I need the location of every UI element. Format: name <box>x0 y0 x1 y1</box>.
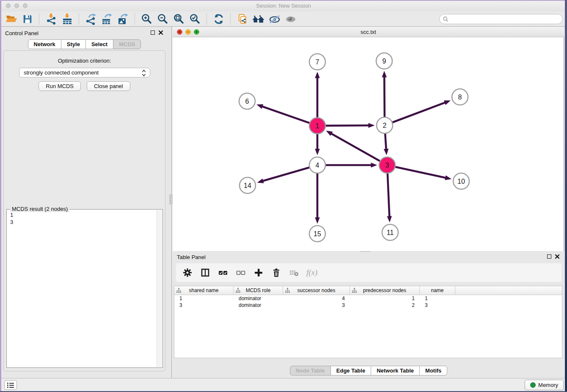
table-settings-button[interactable] <box>182 267 193 278</box>
zoom-in-button[interactable] <box>139 13 155 25</box>
memory-status-icon <box>530 382 536 388</box>
export-image-button[interactable] <box>115 13 131 25</box>
column-header-label: successor nodes <box>297 287 335 293</box>
graph-edge-arrowhead <box>387 216 392 222</box>
graph-node-10[interactable]: 10 <box>453 173 469 189</box>
close-panel-icon[interactable] <box>158 30 163 35</box>
graph-edge-2-9[interactable] <box>384 76 385 117</box>
show-columns-button[interactable] <box>200 267 211 278</box>
graph-node-15[interactable]: 15 <box>309 226 325 242</box>
table-tab-network-table[interactable]: Network Table <box>371 366 420 375</box>
zoom-fit-button[interactable] <box>171 13 187 25</box>
network-canvas[interactable]: 7968124314101511 <box>173 37 564 251</box>
home-button[interactable] <box>250 13 267 25</box>
graph-edge-3-11[interactable] <box>388 173 390 217</box>
task-history-button[interactable] <box>4 380 17 390</box>
graph-edge-arrowhead <box>257 179 264 183</box>
graph-edge-arrowhead <box>315 149 320 155</box>
graph-edge-3-10[interactable] <box>395 167 446 178</box>
graph-node-2[interactable]: 2 <box>377 117 393 133</box>
column-header-label: shared name <box>189 287 218 293</box>
criterion-dropdown[interactable]: strongly connected component <box>19 68 150 77</box>
run-mcds-button[interactable]: Run MCDS <box>39 81 81 91</box>
graph-edge-2-8[interactable] <box>392 102 446 123</box>
eye-icon <box>284 13 297 25</box>
search-field[interactable] <box>439 14 563 24</box>
select-all-rows-button[interactable] <box>217 267 228 278</box>
toolbar-separator <box>135 14 135 25</box>
tab-style[interactable]: Style <box>61 39 86 49</box>
network-graph: 7968124314101511 <box>173 37 564 251</box>
apply-layout-button[interactable] <box>211 13 227 25</box>
duplicate-network-button[interactable] <box>234 13 250 25</box>
toolbar-separator <box>39 14 40 25</box>
open-session-button[interactable] <box>3 13 19 25</box>
control-panel: Control Panel NetworkStyleSelectMCDS Opt… <box>0 27 169 378</box>
search-input[interactable] <box>450 15 562 23</box>
float-table-panel-icon[interactable] <box>547 254 551 259</box>
close-table-panel-icon[interactable] <box>555 254 560 259</box>
delete-table-button-disabled <box>289 267 300 278</box>
export-network-button[interactable] <box>83 13 99 25</box>
graph-node-11[interactable]: 11 <box>382 224 398 240</box>
table-row[interactable]: 1dominator411 <box>174 295 562 302</box>
float-panel-icon[interactable] <box>151 30 155 35</box>
create-column-button[interactable] <box>253 267 264 278</box>
column-header-filler <box>455 286 562 295</box>
folder-open-icon <box>6 13 17 25</box>
optimization-criterion-label: Optimization criterion: <box>4 58 165 64</box>
column-header-MCDS-role[interactable]: MCDS role <box>234 286 283 295</box>
table-cell: 3 <box>174 302 234 308</box>
graph-node-6[interactable]: 6 <box>239 93 255 109</box>
graph-node-1[interactable]: 1 <box>309 118 325 134</box>
tab-network[interactable]: Network <box>28 39 61 49</box>
column-header-successor-nodes[interactable]: successor nodes <box>283 286 350 295</box>
delete-column-button[interactable] <box>271 267 282 278</box>
table-row[interactable]: 3dominator323 <box>174 302 562 309</box>
trash-icon <box>272 268 281 277</box>
table-tab-motifs[interactable]: Motifs <box>419 366 447 375</box>
graph-node-14[interactable]: 14 <box>239 177 256 193</box>
tab-select[interactable]: Select <box>85 39 113 49</box>
graph-edge-3-1[interactable] <box>331 133 380 161</box>
column-header-label: name <box>431 287 443 293</box>
import-network-button[interactable] <box>43 13 59 25</box>
table-tab-edge-table[interactable]: Edge Table <box>330 366 371 375</box>
fx-icon: f(x) <box>306 268 317 277</box>
column-header-shared-name[interactable]: shared name <box>174 286 234 295</box>
deselect-all-rows-button[interactable] <box>235 267 246 278</box>
graph-node-4[interactable]: 4 <box>309 157 325 173</box>
memory-button[interactable]: Memory <box>525 380 564 390</box>
graph-edge-arrowhead <box>371 163 377 168</box>
zoom-out-button[interactable] <box>155 13 171 25</box>
unchecked-boxes-icon <box>236 268 246 277</box>
export-image-icon <box>117 13 129 25</box>
graph-edge-2-3[interactable] <box>385 133 386 149</box>
application-window: Session: New Session <box>0 0 567 392</box>
columns-icon <box>201 268 210 277</box>
column-header-predecessor-nodes[interactable]: predecessor nodes <box>350 286 420 295</box>
graph-edge-1-6[interactable] <box>261 106 310 123</box>
import-table-button[interactable] <box>59 13 75 25</box>
graph-edge-4-14[interactable] <box>262 167 310 181</box>
column-header-name[interactable]: name <box>420 286 455 295</box>
graph-node-9[interactable]: 9 <box>376 53 392 69</box>
hide-selected-button[interactable] <box>267 13 283 25</box>
table-tab-node-table[interactable]: Node Table <box>290 366 331 375</box>
graph-node-3[interactable]: 3 <box>379 157 395 173</box>
graph-edge-1-2[interactable] <box>325 125 369 126</box>
mcds-result-scrollbar[interactable] <box>157 210 162 367</box>
import-network-icon <box>45 13 57 25</box>
close-panel-button[interactable]: Close panel <box>87 81 130 91</box>
save-session-button[interactable] <box>19 13 36 25</box>
export-table-button[interactable] <box>99 13 115 25</box>
show-all-button[interactable] <box>283 13 299 25</box>
network-window-titlebar[interactable]: scc.txt <box>173 27 564 37</box>
graph-node-8[interactable]: 8 <box>452 89 468 105</box>
delete-table-icon <box>289 268 299 277</box>
zoom-fit-icon <box>173 13 185 25</box>
graph-node-7[interactable]: 7 <box>309 54 325 70</box>
zoom-in-icon <box>141 13 153 25</box>
zoom-selected-button[interactable] <box>187 13 203 25</box>
tab-mcds[interactable]: MCDS <box>113 39 141 49</box>
